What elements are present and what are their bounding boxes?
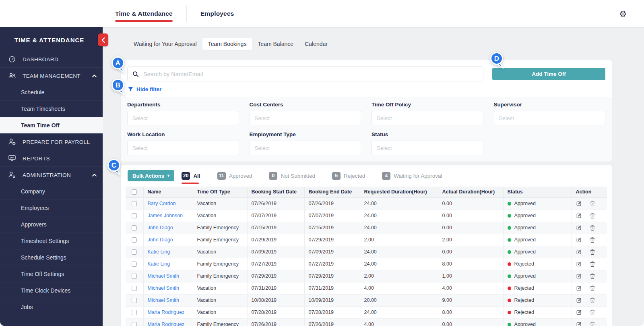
tab-team-balance[interactable]: Team Balance <box>252 38 299 50</box>
row-checkbox[interactable] <box>132 262 137 267</box>
employee-name-link[interactable]: Katie Ling <box>148 261 170 267</box>
sidebar-item-administration[interactable]: ADMINISTRATION <box>0 166 103 183</box>
employee-name-link[interactable]: Katie Ling <box>148 249 170 255</box>
delete-button[interactable] <box>590 322 595 326</box>
edit-button[interactable] <box>576 285 582 291</box>
action-cell <box>576 307 607 318</box>
sidebar-item-prepare-for-payroll[interactable]: PREPARE FOR PAYROLL <box>0 133 103 150</box>
delete-button[interactable] <box>590 249 595 255</box>
employee-name-link[interactable]: John Diago <box>148 237 173 243</box>
sidebar-item-dashboard[interactable]: DASHBOARD <box>0 51 103 67</box>
column-header-end: Booking End Date <box>304 187 360 197</box>
employment-type-select[interactable]: Select <box>250 141 361 155</box>
employee-name-link[interactable]: James Johnson <box>148 213 183 218</box>
filter-field-cost-centers: Cost CentersSelect <box>250 102 361 125</box>
sidebar-subitem-schedule-settings[interactable]: Schedule Settings <box>0 249 103 266</box>
cell-type: Family Emergency <box>193 318 247 326</box>
edit-button[interactable] <box>576 297 582 303</box>
delete-button[interactable] <box>590 273 595 279</box>
employee-name-link[interactable]: Maria Rodriguez <box>148 322 185 326</box>
row-checkbox[interactable] <box>132 286 137 291</box>
chip-count-badge: 4 <box>382 172 390 180</box>
status-chip-waiting-for-approval[interactable]: 4Waiting for Approval <box>382 172 442 180</box>
delete-button[interactable] <box>590 297 595 303</box>
time-off-policy-select[interactable]: Select <box>372 111 483 125</box>
status-text: Approved <box>514 213 536 218</box>
delete-button[interactable] <box>590 201 595 207</box>
sidebar-subitem-team-timesheets[interactable]: Team Timesheets <box>0 100 103 117</box>
edit-button[interactable] <box>576 309 582 316</box>
gear-icon[interactable]: ⚙ <box>619 9 627 18</box>
employee-name-link[interactable]: Michael Smith <box>148 285 180 291</box>
reports-icon <box>8 154 17 162</box>
row-checkbox[interactable] <box>132 298 137 303</box>
sidebar-item-team-management[interactable]: TEAM MANAGEMENT <box>0 67 103 84</box>
hide-filter-toggle[interactable]: Hide filter <box>128 86 161 92</box>
edit-button[interactable] <box>576 213 582 219</box>
admin-icon <box>8 171 17 179</box>
edit-button[interactable] <box>576 322 582 326</box>
annotation-letter: C <box>111 162 116 169</box>
delete-button[interactable] <box>590 225 595 231</box>
search-input[interactable] <box>143 71 478 77</box>
employee-name-link[interactable]: John Diago <box>148 225 173 230</box>
select-all-checkbox[interactable] <box>132 189 137 195</box>
edit-button[interactable] <box>576 237 582 243</box>
employee-name-link[interactable]: Michael Smith <box>148 297 180 303</box>
sidebar-subitem-company[interactable]: Company <box>0 183 103 199</box>
row-checkbox[interactable] <box>132 249 137 255</box>
edit-button[interactable] <box>576 249 582 255</box>
cell-actual: 0.00 <box>438 246 503 258</box>
status-select[interactable]: Select <box>372 141 483 155</box>
sidebar-subitem-approvers[interactable]: Approvers <box>0 216 103 233</box>
cell-end: 07/28/2019 <box>304 306 360 318</box>
tab-calendar[interactable]: Calendar <box>299 38 333 50</box>
sidebar-subitem-employees[interactable]: Employees <box>0 199 103 216</box>
edit-button[interactable] <box>576 261 582 267</box>
edit-button[interactable] <box>576 201 582 207</box>
sidebar-subitem-timesheet-settings[interactable]: Timesheet Settings <box>0 233 103 249</box>
sidebar-collapse-button[interactable] <box>98 33 108 46</box>
add-time-off-button[interactable]: Add Time Off <box>492 68 605 80</box>
row-checkbox[interactable] <box>132 213 137 218</box>
status-chip-approved[interactable]: 11Approved <box>217 172 252 180</box>
tab-team-bookings[interactable]: Team Bookings <box>202 38 252 50</box>
row-checkbox[interactable] <box>132 322 137 326</box>
row-checkbox[interactable] <box>132 225 137 230</box>
sidebar-subitem-schedule[interactable]: Schedule <box>0 84 103 100</box>
delete-button[interactable] <box>590 213 595 219</box>
status-chip-not-submitted[interactable]: 0Not Submitted <box>269 172 315 180</box>
employee-name-link[interactable]: Maria Rodriguez <box>148 309 185 315</box>
status-chip-rejected[interactable]: 5Rejected <box>332 172 365 180</box>
cost-centers-select[interactable]: Select <box>250 111 361 125</box>
departments-select[interactable]: Select <box>127 111 239 125</box>
edit-button[interactable] <box>576 225 582 231</box>
top-tab-employees[interactable]: Employees <box>200 0 234 27</box>
row-checkbox[interactable] <box>132 310 137 315</box>
row-checkbox[interactable] <box>132 274 137 279</box>
status-chip-all[interactable]: 20All <box>182 172 200 180</box>
edit-button[interactable] <box>576 273 582 279</box>
delete-button[interactable] <box>590 285 595 291</box>
sidebar-subitem-jobs[interactable]: Jobs <box>0 299 103 315</box>
row-checkbox[interactable] <box>132 237 137 243</box>
bulk-actions-button[interactable]: Bulk Actions ▾ <box>128 170 174 181</box>
employee-name-link[interactable]: Michael Smith <box>148 273 180 279</box>
sidebar-subitem-team-time-off[interactable]: Team Time Off <box>0 117 103 133</box>
work-location-select[interactable]: Select <box>127 141 239 155</box>
status-text: Approved <box>514 249 536 255</box>
delete-button[interactable] <box>590 309 595 316</box>
sidebar-item-reports[interactable]: REPORTS <box>0 150 103 166</box>
delete-button[interactable] <box>590 237 595 243</box>
chip-count-badge: 0 <box>269 172 277 180</box>
tab-waiting-for-your-approval[interactable]: Waiting for Your Approval <box>128 38 202 50</box>
chip-count-badge: 5 <box>332 172 341 180</box>
cell-end: 07/07/2019 <box>304 210 360 222</box>
row-checkbox[interactable] <box>132 201 137 206</box>
employee-name-link[interactable]: Bary Cordon <box>148 201 176 206</box>
supervisor-select[interactable]: Select <box>494 111 606 125</box>
delete-button[interactable] <box>590 261 595 267</box>
sidebar-subitem-time-clock-devices[interactable]: Time Clock Devices <box>0 282 103 299</box>
sidebar-subitem-time-off-settings[interactable]: Time Off Settings <box>0 266 103 282</box>
top-tab-time-attendance[interactable]: Time & Attendance <box>115 0 173 27</box>
